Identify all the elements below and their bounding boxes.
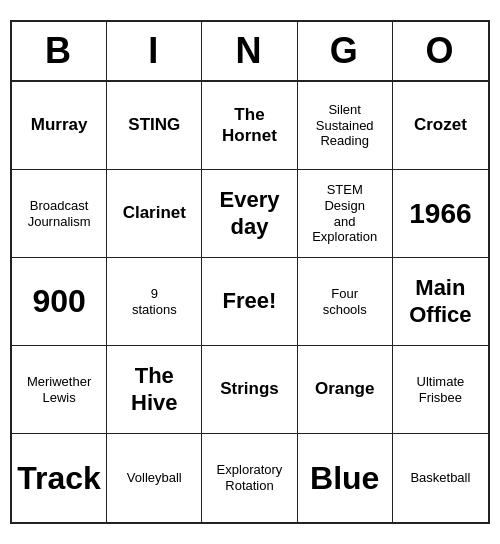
bingo-cell: Main Office [393, 258, 488, 346]
cell-text: STEM Design and Exploration [312, 182, 377, 244]
bingo-cell: Volleyball [107, 434, 202, 522]
bingo-cell: Basketball [393, 434, 488, 522]
cell-text: Every day [220, 187, 280, 240]
bingo-header: BINGO [12, 22, 488, 82]
cell-text: Track [17, 459, 101, 497]
bingo-card: BINGO MurraySTINGThe HornetSilent Sustai… [10, 20, 490, 524]
bingo-cell: Crozet [393, 82, 488, 170]
bingo-cell: Blue [298, 434, 393, 522]
cell-text: 1966 [409, 197, 471, 231]
cell-text: Crozet [414, 115, 467, 135]
header-letter: I [107, 22, 202, 80]
bingo-cell: The Hornet [202, 82, 297, 170]
cell-text: Exploratory Rotation [217, 462, 283, 493]
bingo-cell: Murray [12, 82, 107, 170]
bingo-cell: The Hive [107, 346, 202, 434]
cell-text: 900 [32, 282, 85, 320]
cell-text: Clarinet [123, 203, 186, 223]
cell-text: Blue [310, 459, 379, 497]
bingo-cell: Silent Sustained Reading [298, 82, 393, 170]
cell-text: Murray [31, 115, 88, 135]
bingo-cell: Broadcast Journalism [12, 170, 107, 258]
cell-text: Meriwether Lewis [27, 374, 91, 405]
bingo-cell: Ultimate Frisbee [393, 346, 488, 434]
bingo-cell: Every day [202, 170, 297, 258]
header-letter: B [12, 22, 107, 80]
header-letter: O [393, 22, 488, 80]
cell-text: Volleyball [127, 470, 182, 486]
bingo-grid: MurraySTINGThe HornetSilent Sustained Re… [12, 82, 488, 522]
cell-text: 9 stations [132, 286, 177, 317]
header-letter: G [298, 22, 393, 80]
bingo-cell: Exploratory Rotation [202, 434, 297, 522]
cell-text: Broadcast Journalism [28, 198, 91, 229]
bingo-cell: STING [107, 82, 202, 170]
cell-text: Basketball [410, 470, 470, 486]
bingo-cell: STEM Design and Exploration [298, 170, 393, 258]
cell-text: STING [128, 115, 180, 135]
bingo-cell: Track [12, 434, 107, 522]
cell-text: The Hornet [222, 105, 277, 146]
cell-text: Silent Sustained Reading [316, 102, 374, 149]
bingo-cell: 900 [12, 258, 107, 346]
cell-text: The Hive [131, 363, 177, 416]
cell-text: Four schools [323, 286, 367, 317]
cell-text: Ultimate Frisbee [417, 374, 465, 405]
cell-text: Free! [223, 288, 277, 314]
cell-text: Orange [315, 379, 375, 399]
cell-text: Strings [220, 379, 279, 399]
header-letter: N [202, 22, 297, 80]
bingo-cell: Clarinet [107, 170, 202, 258]
bingo-cell: Free! [202, 258, 297, 346]
cell-text: Main Office [409, 275, 471, 328]
bingo-cell: Four schools [298, 258, 393, 346]
bingo-cell: Orange [298, 346, 393, 434]
bingo-cell: Strings [202, 346, 297, 434]
bingo-cell: 1966 [393, 170, 488, 258]
bingo-cell: 9 stations [107, 258, 202, 346]
bingo-cell: Meriwether Lewis [12, 346, 107, 434]
